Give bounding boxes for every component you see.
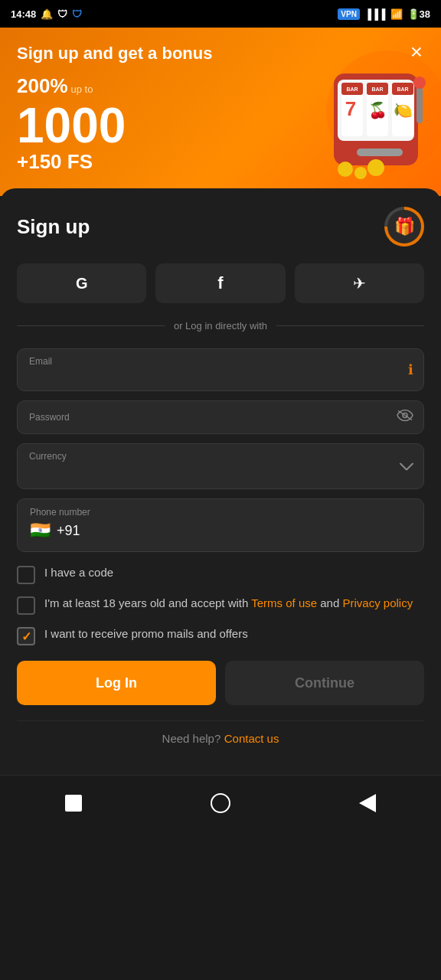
- bonus-percent: 200%: [17, 74, 68, 98]
- signup-form: Sign up 🎁 G f ✈ or Log in directly with …: [0, 188, 441, 775]
- nav-home-button[interactable]: [204, 786, 237, 820]
- email-group: Email ℹ: [17, 348, 424, 391]
- social-auth-buttons: G f ✈: [17, 263, 424, 303]
- bonus-number: 1000: [17, 101, 424, 150]
- nav-stop-button[interactable]: [57, 786, 90, 820]
- status-bar: 14:48 🔔 🛡 🛡 VPN ▐▐▐ 📶 🔋38: [0, 0, 441, 28]
- login-button[interactable]: Log In: [17, 661, 216, 705]
- phone-number: +91: [57, 523, 80, 539]
- vpn-badge: VPN: [338, 8, 360, 20]
- wifi-icon: 📶: [390, 8, 403, 20]
- back-icon: [359, 794, 376, 812]
- home-icon: [211, 793, 230, 813]
- telegram-auth-button[interactable]: ✈: [295, 263, 424, 303]
- facebook-auth-button[interactable]: f: [155, 263, 285, 303]
- phone-value: 🇮🇳 +91: [30, 521, 411, 541]
- shield-icon: 🛡: [57, 8, 67, 20]
- checkbox-promo-label: I want to receive promo mails and offers: [44, 626, 248, 642]
- continue-button[interactable]: Continue: [225, 661, 424, 705]
- password-group: Password: [17, 400, 424, 434]
- bonus-upto: up to: [71, 83, 93, 95]
- gift-button[interactable]: 🎁: [384, 207, 424, 247]
- eye-icon[interactable]: [397, 410, 413, 426]
- currency-label: Currency: [29, 451, 67, 462]
- info-icon: ℹ: [408, 361, 413, 378]
- signal-icon: ▐▐▐: [364, 8, 386, 20]
- banner-title: Sign up and get a bonus: [17, 43, 424, 65]
- divider-line-left: [17, 325, 165, 326]
- nav-back-button[interactable]: [351, 786, 384, 820]
- gift-icon: 🎁: [387, 210, 421, 243]
- bonus-amount: 200% up to: [17, 74, 424, 98]
- battery-icon: 🔋38: [407, 8, 430, 20]
- checkbox-terms-label: I'm at least 18 years old and accept wit…: [44, 595, 413, 611]
- checkbox-code-label: I have a code: [44, 564, 113, 580]
- form-header: Sign up 🎁: [17, 207, 424, 247]
- phone-field[interactable]: Phone number 🇮🇳 +91: [17, 498, 424, 552]
- checkbox-code[interactable]: [17, 566, 35, 584]
- divider-text: or Log in directly with: [174, 320, 267, 332]
- contact-link[interactable]: Contact us: [224, 732, 279, 745]
- terms-link[interactable]: Terms of use: [251, 596, 317, 609]
- google-auth-button[interactable]: G: [17, 263, 146, 303]
- facebook-icon: f: [217, 273, 223, 293]
- checkbox-promo-row: ✓ I want to receive promo mails and offe…: [17, 626, 424, 645]
- status-right: VPN ▐▐▐ 📶 🔋38: [338, 8, 430, 20]
- privacy-link[interactable]: Privacy policy: [342, 596, 413, 609]
- divider: or Log in directly with: [17, 320, 424, 332]
- promo-banner: Sign up and get a bonus 200% up to 1000 …: [0, 28, 441, 196]
- checkbox-terms-row: I'm at least 18 years old and accept wit…: [17, 595, 424, 615]
- password-field[interactable]: [17, 400, 424, 434]
- notification-icon: 🔔: [41, 8, 53, 20]
- banner-text: Sign up and get a bonus 200% up to 1000 …: [17, 43, 424, 174]
- close-icon: ×: [410, 40, 423, 64]
- bonus-fs: +150 FS: [17, 150, 424, 174]
- checkbox-promo[interactable]: ✓: [17, 627, 35, 645]
- action-buttons: Log In Continue: [17, 661, 424, 705]
- phone-label: Phone number: [30, 507, 411, 518]
- status-left: 14:48 🔔 🛡 🛡: [11, 8, 82, 20]
- flag-india-icon: 🇮🇳: [30, 521, 51, 541]
- shield2-icon: 🛡: [72, 8, 82, 20]
- footer-help: Need help? Contact us: [17, 720, 424, 756]
- checkbox-code-row: I have a code: [17, 564, 424, 584]
- checkbox-terms[interactable]: [17, 596, 35, 615]
- divider-line-right: [276, 325, 424, 326]
- help-text: Need help?: [162, 732, 221, 745]
- currency-dropdown[interactable]: [17, 443, 424, 489]
- currency-group: Currency: [17, 443, 424, 489]
- close-button[interactable]: ×: [403, 38, 430, 66]
- chevron-down-icon: [400, 459, 413, 475]
- nav-bar: [0, 775, 441, 835]
- page-title: Sign up: [17, 215, 90, 239]
- time: 14:48: [11, 8, 36, 20]
- checkmark-icon: ✓: [21, 629, 31, 644]
- telegram-icon: ✈: [353, 274, 366, 292]
- google-icon: G: [76, 275, 88, 292]
- stop-icon: [65, 795, 82, 812]
- email-field[interactable]: [17, 348, 424, 391]
